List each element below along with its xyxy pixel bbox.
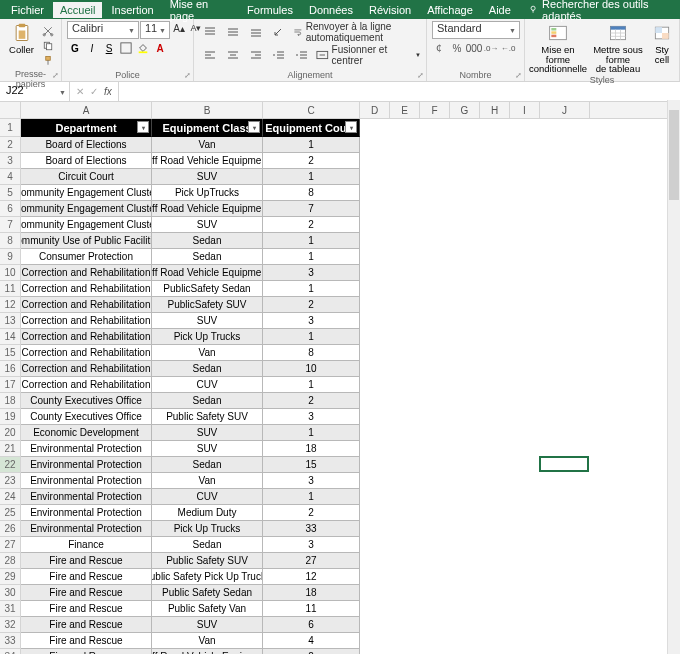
- cell-equipment-count[interactable]: 1: [263, 137, 360, 153]
- cell-department[interactable]: Environmental Protection: [21, 473, 152, 489]
- cell-equipment-class[interactable]: SUV: [152, 425, 263, 441]
- cell-department[interactable]: Community Use of Public Facilities: [21, 233, 152, 249]
- table-row[interactable]: Environmental ProtectionSUV18: [21, 441, 680, 457]
- row-header[interactable]: 30: [0, 585, 20, 601]
- cell-equipment-count[interactable]: 1: [263, 425, 360, 441]
- cell-equipment-class[interactable]: SUV: [152, 441, 263, 457]
- cell-equipment-class[interactable]: Pick Up Trucks: [152, 329, 263, 345]
- table-row[interactable]: Community Engagement ClusterPick UpTruck…: [21, 185, 680, 201]
- cell-equipment-count[interactable]: 3: [263, 537, 360, 553]
- cell-department[interactable]: Correction and Rehabilitation: [21, 377, 152, 393]
- table-row[interactable]: Environmental ProtectionVan3: [21, 473, 680, 489]
- table-row[interactable]: Correction and RehabilitationSedan10: [21, 361, 680, 377]
- row-header[interactable]: 12: [0, 297, 20, 313]
- cancel-formula-icon[interactable]: ✕: [76, 86, 84, 97]
- cell-equipment-count[interactable]: 2: [263, 297, 360, 313]
- row-header[interactable]: 29: [0, 569, 20, 585]
- cell-department[interactable]: Environmental Protection: [21, 489, 152, 505]
- table-row[interactable]: Community Use of Public FacilitiesSedan1: [21, 233, 680, 249]
- cell-equipment-count[interactable]: 1: [263, 329, 360, 345]
- row-header[interactable]: 19: [0, 409, 20, 425]
- cell-equipment-class[interactable]: Sedan: [152, 233, 263, 249]
- cell-equipment-class[interactable]: Public Safety Van: [152, 601, 263, 617]
- cell-department[interactable]: Fire and Rescue: [21, 601, 152, 617]
- cell-equipment-count[interactable]: 2: [263, 649, 360, 654]
- cell-equipment-count[interactable]: 4: [263, 633, 360, 649]
- col-header-H[interactable]: H: [480, 102, 510, 118]
- tab-insert[interactable]: Insertion: [104, 2, 160, 18]
- cell-equipment-count[interactable]: 8: [263, 345, 360, 361]
- cell-equipment-class[interactable]: Sedan: [152, 249, 263, 265]
- bold-button[interactable]: G: [67, 41, 83, 55]
- cell-equipment-class[interactable]: Medium Duty: [152, 505, 263, 521]
- cell-department[interactable]: Correction and Rehabilitation: [21, 297, 152, 313]
- row-header[interactable]: 16: [0, 361, 20, 377]
- format-painter-button[interactable]: [40, 54, 56, 68]
- cell-department[interactable]: Fire and Rescue: [21, 553, 152, 569]
- font-size-select[interactable]: 11▼: [140, 21, 170, 39]
- cell-equipment-class[interactable]: Public Safety Sedan: [152, 585, 263, 601]
- row-header[interactable]: 8: [0, 233, 20, 249]
- tab-formulas[interactable]: Formules: [240, 2, 300, 18]
- align-launcher-icon[interactable]: ⤢: [417, 71, 424, 80]
- fill-color-button[interactable]: [135, 41, 151, 55]
- font-name-select[interactable]: Calibri▼: [67, 21, 139, 39]
- header-equipment-class[interactable]: Equipment Class▾: [152, 119, 263, 137]
- number-format-select[interactable]: Standard▼: [432, 21, 520, 39]
- table-row[interactable]: Consumer ProtectionSedan1: [21, 249, 680, 265]
- cell-equipment-class[interactable]: Off Road Vehicle Equipment: [152, 201, 263, 217]
- cell-department[interactable]: Correction and Rehabilitation: [21, 361, 152, 377]
- table-row[interactable]: Fire and RescuePublic Safety Van11: [21, 601, 680, 617]
- table-row[interactable]: Fire and RescueSUV6: [21, 617, 680, 633]
- cell-equipment-class[interactable]: Public Safety Pick Up Trucks: [152, 569, 263, 585]
- cell-department[interactable]: Environmental Protection: [21, 441, 152, 457]
- col-header-A[interactable]: A: [21, 102, 152, 118]
- cell-equipment-class[interactable]: SUV: [152, 217, 263, 233]
- cell-department[interactable]: Fire and Rescue: [21, 585, 152, 601]
- row-header[interactable]: 13: [0, 313, 20, 329]
- cell-equipment-class[interactable]: Sedan: [152, 537, 263, 553]
- cell-equipment-class[interactable]: Van: [152, 633, 263, 649]
- row-header[interactable]: 14: [0, 329, 20, 345]
- table-row[interactable]: County Executives OfficeSedan2: [21, 393, 680, 409]
- row-header[interactable]: 27: [0, 537, 20, 553]
- cells-area[interactable]: Department▾ Equipment Class▾ Equipment C…: [21, 119, 680, 654]
- align-bottom-button[interactable]: [245, 25, 267, 40]
- cell-department[interactable]: Community Engagement Cluster: [21, 217, 152, 233]
- table-row[interactable]: Correction and RehabilitationPick Up Tru…: [21, 329, 680, 345]
- tab-file[interactable]: Fichier: [4, 2, 51, 18]
- cell-equipment-count[interactable]: 15: [263, 457, 360, 473]
- orientation-button[interactable]: [268, 25, 290, 40]
- table-row[interactable]: Fire and RescuePublic Safety Sedan18: [21, 585, 680, 601]
- accept-formula-icon[interactable]: ✓: [90, 86, 98, 97]
- col-header-G[interactable]: G: [450, 102, 480, 118]
- font-color-button[interactable]: A: [152, 41, 168, 55]
- increase-indent-button[interactable]: [291, 48, 313, 63]
- row-header[interactable]: 28: [0, 553, 20, 569]
- tab-help[interactable]: Aide: [482, 2, 518, 18]
- table-row[interactable]: Community Engagement ClusterOff Road Veh…: [21, 201, 680, 217]
- cell-department[interactable]: Community Engagement Cluster: [21, 185, 152, 201]
- table-row[interactable]: Board of ElectionsVan1: [21, 137, 680, 153]
- row-header[interactable]: 18: [0, 393, 20, 409]
- cell-equipment-count[interactable]: 6: [263, 617, 360, 633]
- cell-equipment-class[interactable]: Sedan: [152, 361, 263, 377]
- conditional-format-button[interactable]: Mise en forme conditionnelle: [530, 21, 586, 74]
- vertical-scrollbar[interactable]: [667, 100, 680, 654]
- row-header[interactable]: 6: [0, 201, 20, 217]
- cell-equipment-count[interactable]: 1: [263, 249, 360, 265]
- underline-button[interactable]: S: [101, 41, 117, 55]
- filter-icon[interactable]: ▾: [345, 121, 357, 133]
- cell-department[interactable]: County Executives Office: [21, 409, 152, 425]
- cell-equipment-count[interactable]: 3: [263, 313, 360, 329]
- cell-equipment-count[interactable]: 3: [263, 473, 360, 489]
- table-row[interactable]: Correction and RehabilitationVan8: [21, 345, 680, 361]
- cell-department[interactable]: Consumer Protection: [21, 249, 152, 265]
- table-row[interactable]: Board of ElectionsOff Road Vehicle Equip…: [21, 153, 680, 169]
- percent-button[interactable]: %: [449, 41, 465, 55]
- increase-font-button[interactable]: A▴: [171, 21, 187, 35]
- row-header[interactable]: 10: [0, 265, 20, 281]
- col-header-J[interactable]: J: [540, 102, 590, 118]
- table-row[interactable]: Correction and RehabilitationOff Road Ve…: [21, 265, 680, 281]
- cell-department[interactable]: County Executives Office: [21, 393, 152, 409]
